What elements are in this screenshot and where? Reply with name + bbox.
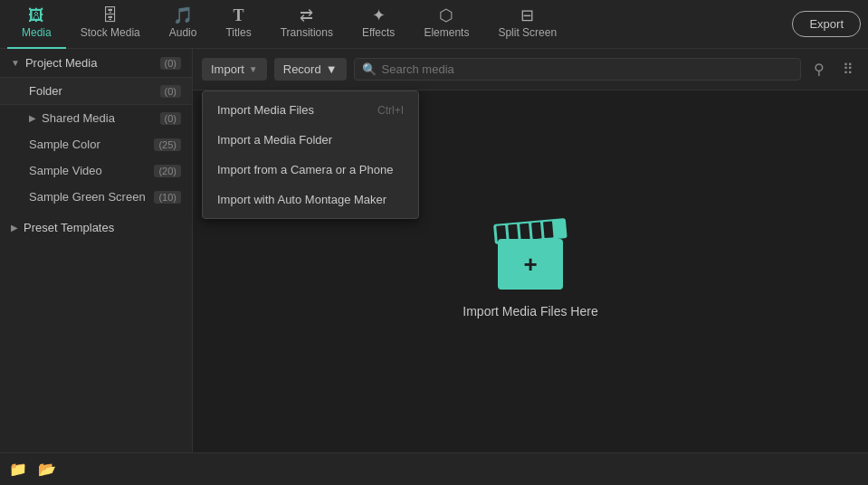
sidebar-count-sample-video: (20) [154, 165, 181, 177]
nav-item-splitscreen[interactable]: ⊟ Split Screen [483, 0, 571, 49]
chevron-right-icon: ▶ [29, 113, 36, 123]
dropdown-item-import-folder[interactable]: Import a Media Folder [203, 125, 418, 155]
transitions-icon: ⇄ [300, 7, 313, 24]
new-folder-icon[interactable]: 📁 [9, 461, 27, 478]
chevron-right-icon-2: ▶ [11, 223, 18, 233]
clapper-plus-icon: + [523, 252, 537, 276]
grid-icon[interactable]: ⠿ [837, 59, 859, 80]
dropdown-item-import-montage[interactable]: Import with Auto Montage Maker [203, 185, 418, 214]
filter-icon[interactable]: ⚲ [808, 59, 830, 80]
nav-item-titles[interactable]: T Titles [211, 0, 265, 49]
open-folder-icon[interactable]: 📂 [38, 461, 56, 478]
sidebar-count-folder: (0) [160, 85, 181, 98]
elements-icon: ⬡ [439, 7, 453, 24]
import-dropdown-menu: Import Media Files Ctrl+I Import a Media… [202, 90, 419, 219]
nav-label-titles: Titles [225, 26, 251, 39]
nav-label-effects: Effects [362, 26, 395, 39]
media-icon: 🖼 [28, 7, 44, 24]
nav-label-stock: Stock Media [81, 26, 140, 39]
sidebar-label-folder: Folder [29, 84, 160, 98]
sidebar-item-sample-green[interactable]: Sample Green Screen (10) [0, 184, 192, 210]
dropdown-label-import-files: Import Media Files [217, 103, 314, 117]
search-bar: 🔍 [354, 58, 801, 81]
clapper-stripe-5 [543, 221, 554, 238]
sidebar-item-project-media[interactable]: ▼ Project Media (0) [0, 49, 192, 77]
export-button[interactable]: Export [792, 11, 861, 37]
record-button[interactable]: Record ▼ [274, 58, 347, 81]
chevron-down-icon: ▼ [11, 58, 20, 68]
nav-item-effects[interactable]: ✦ Effects [348, 0, 409, 49]
titles-icon: T [234, 7, 244, 24]
content-area: Import ▼ Record ▼ 🔍 ⚲ ⠿ Import Media Fil… [193, 49, 868, 452]
dropdown-item-import-camera[interactable]: Import from a Camera or a Phone [203, 155, 418, 185]
dropdown-label-import-camera: Import from a Camera or a Phone [217, 163, 393, 176]
nav-label-transitions: Transitions [281, 26, 333, 39]
splitscreen-icon: ⊟ [520, 7, 534, 24]
sidebar-count-shared-media: (0) [160, 112, 181, 125]
sidebar-label-sample-green: Sample Green Screen [29, 190, 154, 204]
nav-label-elements: Elements [424, 26, 469, 39]
effects-icon: ✦ [372, 7, 386, 24]
import-chevron-icon: ▼ [249, 64, 258, 74]
nav-item-audio[interactable]: 🎵 Audio [155, 0, 212, 49]
sidebar: ▼ Project Media (0) Folder (0) ▶ Shared … [0, 49, 193, 452]
clapper-stripe-4 [531, 223, 542, 240]
sidebar-label-project-media: Project Media [25, 56, 160, 70]
dropdown-item-import-files[interactable]: Import Media Files Ctrl+I [203, 95, 418, 125]
sidebar-item-sample-color[interactable]: Sample Color (25) [0, 131, 192, 157]
sidebar-label-shared-media: Shared Media [42, 111, 160, 125]
sidebar-count-sample-green: (10) [154, 191, 181, 204]
sidebar-item-shared-media[interactable]: ▶ Shared Media (0) [0, 105, 192, 131]
clapper-icon: + [494, 224, 567, 290]
record-chevron-icon: ▼ [326, 62, 338, 76]
import-button[interactable]: Import ▼ [202, 58, 267, 81]
audio-icon: 🎵 [173, 7, 193, 24]
stock-icon: 🗄 [102, 7, 119, 24]
sidebar-item-folder[interactable]: Folder (0) [0, 77, 192, 105]
sidebar-label-preset-templates: Preset Templates [24, 221, 181, 234]
toolbar: Import ▼ Record ▼ 🔍 ⚲ ⠿ [193, 49, 868, 90]
sidebar-item-sample-video[interactable]: Sample Video (20) [0, 157, 192, 184]
sidebar-count-sample-color: (25) [154, 138, 181, 151]
nav-item-transitions[interactable]: ⇄ Transitions [266, 0, 348, 49]
sidebar-label-sample-video: Sample Video [29, 164, 154, 177]
dropdown-label-import-montage: Import with Auto Montage Maker [217, 193, 386, 206]
nav-item-media[interactable]: 🖼 Media [7, 0, 66, 49]
nav-label-splitscreen: Split Screen [498, 26, 557, 39]
sidebar-label-sample-color: Sample Color [29, 138, 154, 151]
nav-label-media: Media [22, 26, 52, 39]
dropdown-label-import-folder: Import a Media Folder [217, 133, 332, 147]
search-icon: 🔍 [362, 62, 377, 76]
clapper-stripe-3 [520, 223, 530, 241]
import-files-label: Import Media Files Here [463, 304, 597, 319]
import-label: Import [211, 62, 244, 76]
top-nav: 🖼 Media 🗄 Stock Media 🎵 Audio T Titles ⇄… [0, 0, 868, 49]
main-layout: ▼ Project Media (0) Folder (0) ▶ Shared … [0, 49, 868, 452]
nav-item-stock[interactable]: 🗄 Stock Media [66, 0, 155, 49]
record-label: Record [283, 62, 321, 76]
nav-item-elements[interactable]: ⬡ Elements [409, 0, 483, 49]
dropdown-shortcut-import-files: Ctrl+I [377, 104, 404, 117]
sidebar-count-project-media: (0) [160, 57, 181, 70]
sidebar-item-preset-templates[interactable]: ▶ Preset Templates [0, 214, 192, 242]
bottom-bar: 📁 📂 [0, 452, 868, 485]
clapper-body: + [498, 239, 563, 290]
search-input[interactable] [382, 62, 793, 76]
nav-label-audio: Audio [169, 26, 197, 39]
